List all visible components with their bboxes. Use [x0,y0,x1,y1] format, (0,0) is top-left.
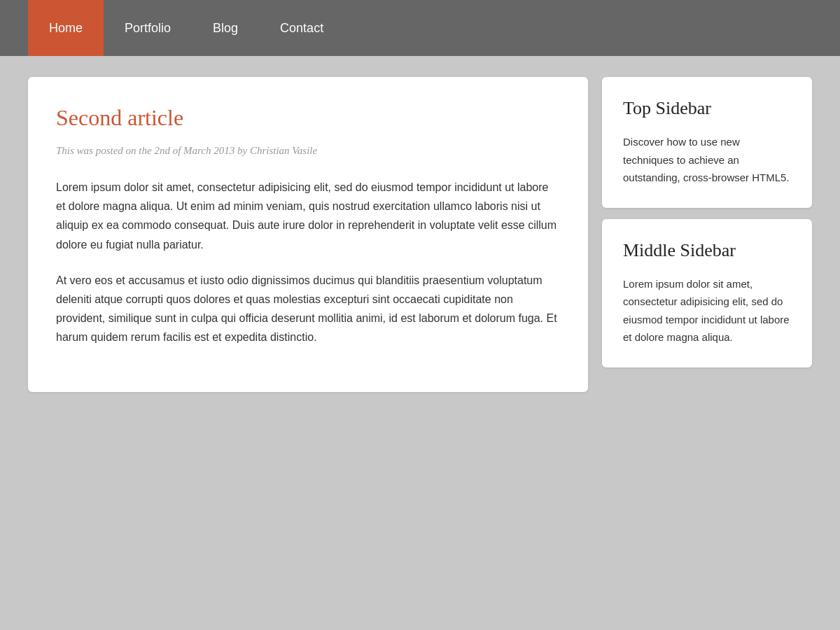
main-article: Second article This was posted on the 2n… [28,77,588,392]
article-paragraph-1: Lorem ipsum dolor sit amet, consectetur … [56,178,560,254]
top-sidebar-title: Top Sidebar [623,98,791,119]
middle-sidebar-widget: Middle Sidebar Lorem ipsum dolor sit ame… [602,219,812,368]
navigation: Home Portfolio Blog Contact [0,0,840,56]
sidebar: Top Sidebar Discover how to use new tech… [602,77,812,392]
middle-sidebar-text: Lorem ipsum dolor sit amet, consectetur … [623,275,791,346]
nav-item-portfolio[interactable]: Portfolio [104,0,192,56]
nav-item-blog[interactable]: Blog [192,0,259,56]
article-paragraph-2: At vero eos et accusamus et iusto odio d… [56,271,560,347]
middle-sidebar-title: Middle Sidebar [623,240,791,261]
nav-item-contact[interactable]: Contact [259,0,344,56]
nav-item-home[interactable]: Home [28,0,104,56]
article-meta: This was posted on the 2nd of March 2013… [56,145,560,157]
page-content: Second article This was posted on the 2n… [0,56,840,413]
article-body: Lorem ipsum dolor sit amet, consectetur … [56,178,560,347]
top-sidebar-text: Discover how to use new techniques to ac… [623,133,791,187]
top-sidebar-widget: Top Sidebar Discover how to use new tech… [602,77,812,208]
article-title: Second article [56,105,560,131]
